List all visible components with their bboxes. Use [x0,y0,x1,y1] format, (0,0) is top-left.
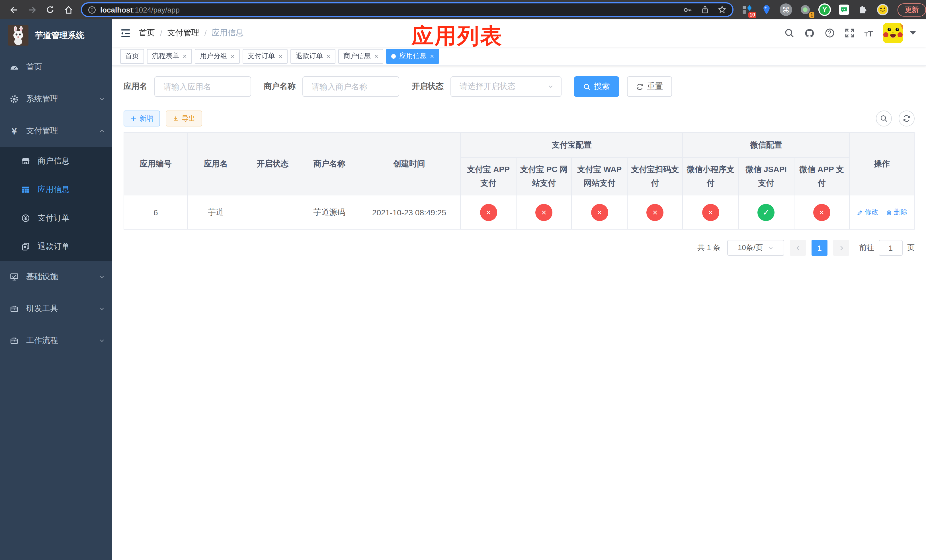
share-icon[interactable] [701,5,710,14]
status-select[interactable]: 请选择开启状态 [451,76,561,97]
logo-rabbit-image [8,25,29,45]
avatar-caret-icon[interactable] [910,31,916,35]
col-wx-jsapi: 微信 JSAPI 支付 [738,157,794,195]
site-info-icon[interactable] [88,5,96,14]
monitor-chart-icon [10,272,19,282]
header-search-icon[interactable] [784,28,794,38]
alipay-wap-status-icon: × [591,204,608,221]
extension-recorder-icon[interactable]: 1 [799,3,812,17]
screen: localhost:1024/pay/app 10 ⌘ [0,0,926,560]
sidebar-item-payment[interactable]: ¥ 支付管理 [0,115,112,147]
app-logo[interactable]: 芋道管理系统 [0,20,112,51]
page-size-select[interactable]: 10条/页 [727,240,784,256]
sidebar-item-app-info[interactable]: 应用信息 [0,176,112,204]
edit-link[interactable]: 修改 [856,207,878,217]
search-button[interactable]: 搜索 [574,76,619,97]
chevron-down-icon [98,274,105,280]
extensions-puzzle-icon[interactable] [856,3,870,17]
close-icon[interactable]: × [278,53,283,59]
sidebar-item-merchant-info[interactable]: 商户信息 [0,147,112,176]
extension-green-y-icon[interactable]: Y [818,3,831,17]
col-merchant: 商户名称 [301,132,358,195]
sidebar-item-home[interactable]: 首页 [0,51,112,83]
tab-user-group[interactable]: 用户分组× [195,49,240,64]
page-number-button[interactable]: 1 [811,240,828,256]
app-table: 应用编号 应用名 开启状态 商户名称 创建时间 支付宝配置 微信配置 操作 支付… [124,132,915,230]
page-title-annotation: 应用列表 [412,22,503,51]
wx-app-status-icon: × [813,204,830,221]
col-app-name: 应用名 [188,132,244,195]
github-icon[interactable] [804,28,815,38]
tab-pay-order[interactable]: 支付订单× [243,49,287,64]
extension-pin-icon[interactable] [760,3,773,17]
sidebar-item-workflow[interactable]: 工作流程 [0,325,112,357]
chevron-up-icon [98,128,105,135]
breadcrumb-section[interactable]: 支付管理 [168,28,199,38]
close-icon[interactable]: × [374,53,378,59]
help-icon[interactable] [825,28,835,38]
sidebar-item-pay-order[interactable]: 支付订单 [0,204,112,232]
tags-view-bar: 首页 流程表单× 用户分组× 支付订单× 退款订单× 商户信息× 应用信息× [112,47,926,66]
reset-button[interactable]: 重置 [627,76,672,97]
merchant-name-input[interactable] [303,76,399,97]
browser-extensions: 10 ⌘ 1 Y [740,3,890,17]
gear-icon [10,95,19,104]
wx-mini-status-icon: × [702,204,719,221]
status-label: 开启状态 [412,82,443,92]
sidebar-item-dev-tools[interactable]: 研发工具 [0,293,112,325]
export-button[interactable]: 导出 [166,110,202,127]
delete-link[interactable]: 删除 [885,207,908,217]
extension-design-tool-icon[interactable]: 10 [740,3,754,17]
goto-page-input[interactable] [879,240,903,256]
sidebar-item-refund-order[interactable]: 退款订单 [0,232,112,261]
close-icon[interactable]: × [326,53,330,59]
close-icon[interactable]: × [231,53,235,59]
tab-refund-order[interactable]: 退款订单× [291,49,336,64]
cell-enabled [244,195,301,229]
prev-page-button[interactable] [790,240,806,256]
col-wx-mini: 微信小程序支付 [683,157,738,195]
col-alipay-pc: 支付宝 PC 网站支付 [516,157,572,195]
browser-reload-icon[interactable] [43,2,57,17]
user-avatar[interactable] [883,23,903,43]
alipay-scan-status-icon: × [646,204,663,221]
refresh-button[interactable] [899,110,915,127]
grid-table-icon [21,185,30,194]
col-group-wechat: 微信配置 [683,132,849,157]
profile-emoji-avatar[interactable] [876,3,890,17]
extension-command-icon[interactable]: ⌘ [779,3,793,17]
toolbox-icon [10,336,19,345]
bookmark-star-icon[interactable] [717,5,727,14]
close-icon[interactable]: × [430,53,434,59]
col-actions: 操作 [849,132,914,195]
cell-merchant: 芋道源码 [301,195,358,229]
browser-forward-icon[interactable] [24,2,39,17]
sidebar-item-infrastructure[interactable]: 基础设施 [0,261,112,293]
breadcrumb-home[interactable]: 首页 [139,28,155,38]
goto-label: 前往 [859,243,874,253]
close-icon[interactable]: × [183,53,187,59]
browser-home-icon[interactable] [61,2,76,17]
app-name-input[interactable] [154,76,251,97]
password-key-icon[interactable] [683,5,693,15]
sidebar: 芋道管理系统 首页 系统管理 ¥ 支付管理 [0,20,112,560]
navbar-actions: TT [784,23,916,43]
tab-app-info[interactable]: 应用信息× [386,49,439,64]
browser-update-button[interactable]: 更新 [897,3,926,16]
fullscreen-icon[interactable] [844,28,855,38]
tab-process-form[interactable]: 流程表单× [147,49,192,64]
cell-app-name: 芋道 [188,195,244,229]
sidebar-collapse-icon[interactable] [120,28,131,38]
browser-back-icon[interactable] [6,2,21,17]
tab-merchant-info[interactable]: 商户信息× [338,49,383,64]
next-page-button[interactable] [833,240,849,256]
cell-created: 2021-10-23 08:49:25 [358,195,461,229]
extension-chat-icon[interactable] [837,3,851,17]
add-button[interactable]: 新增 [124,110,160,127]
address-bar[interactable]: localhost:1024/pay/app [81,2,734,17]
col-created: 创建时间 [358,132,461,195]
font-size-icon[interactable]: TT [864,29,873,37]
tab-home[interactable]: 首页 [120,49,144,64]
sidebar-item-system[interactable]: 系统管理 [0,83,112,115]
toggle-search-button[interactable] [876,110,892,127]
